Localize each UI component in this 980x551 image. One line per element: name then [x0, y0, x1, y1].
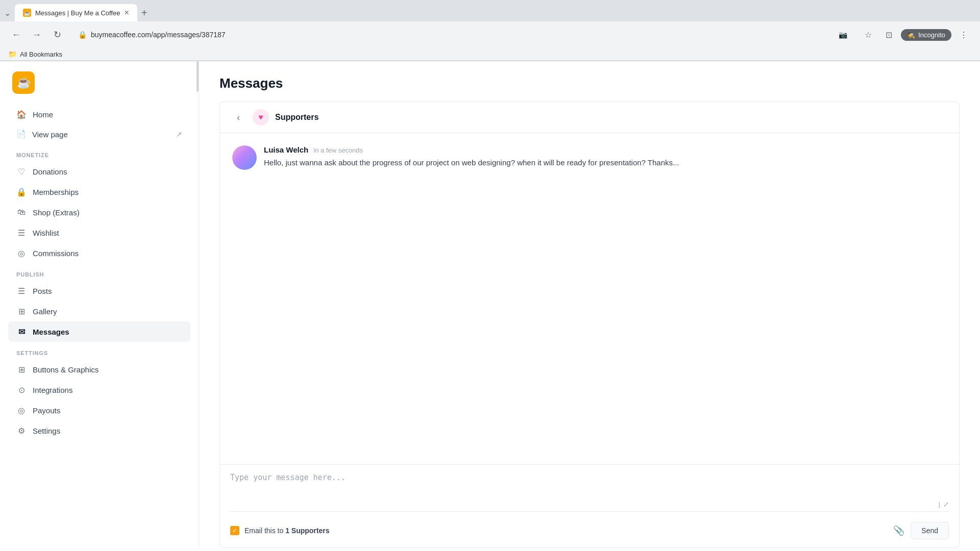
sidebar-item-label: Posts — [33, 287, 52, 295]
incognito-icon: 🕵 — [907, 31, 915, 39]
integrations-icon: ⊙ — [16, 385, 27, 395]
reply-textarea[interactable] — [230, 473, 949, 498]
browser-tabs: ⌄ ☕ Messages | Buy Me a Coffee × + — [0, 0, 980, 21]
sidebar-item-gallery[interactable]: ⊞ Gallery — [8, 301, 190, 321]
sidebar-item-label: Memberships — [33, 188, 79, 196]
sidebar-item-buttons-graphics[interactable]: ⊞ Buttons & Graphics — [8, 359, 190, 380]
browser-toolbar: ← → ↻ 🔒 buymeacoffee.com/app/messages/38… — [0, 21, 980, 48]
settings-section-label: SETTINGS — [8, 342, 190, 359]
reply-actions: 📎 Send — [893, 522, 949, 539]
app-logo: ☕ — [12, 71, 35, 94]
sidebar-item-label: Gallery — [33, 307, 57, 316]
payouts-icon: ◎ — [16, 405, 27, 415]
sidebar: ☕ 🏠 Home 📄 View page ↗ MONETIZE ♡ Donati… — [0, 61, 199, 548]
gallery-icon: ⊞ — [16, 306, 27, 316]
sidebar-item-label: Buttons & Graphics — [33, 365, 99, 374]
browser-view-btn[interactable]: ⊡ — [880, 27, 897, 43]
tab-close-btn[interactable]: × — [124, 8, 129, 17]
sidebar-item-posts[interactable]: ☰ Posts — [8, 281, 190, 301]
expand-icon: ⤢ — [943, 500, 949, 508]
wishlist-icon: ☰ — [16, 228, 27, 238]
message-meta: Luisa Welch in a few seconds — [264, 145, 947, 154]
email-check-text: Email this to 1 Supporters — [244, 527, 330, 535]
sidebar-item-payouts[interactable]: ◎ Payouts — [8, 400, 190, 420]
star-btn[interactable]: ☆ — [860, 27, 876, 43]
messages-panel: ‹ ♥ Supporters Luisa Welch in a few seco… — [219, 102, 960, 548]
app: ☕ 🏠 Home 📄 View page ↗ MONETIZE ♡ Donati… — [0, 61, 980, 548]
back-button[interactable]: ‹ — [230, 109, 247, 126]
avatar-image — [232, 145, 257, 170]
supporters-count-label: Supporters — [291, 527, 330, 535]
sidebar-item-label: View page — [32, 130, 68, 139]
sidebar-item-label: Donations — [33, 167, 67, 176]
sidebar-item-settings[interactable]: ⚙ Settings — [8, 420, 190, 441]
toolbar-right: ☆ ⊡ 🕵 Incognito ⋮ — [860, 27, 972, 43]
tab-overflow-btn[interactable]: ⌄ — [4, 8, 11, 18]
sidebar-item-label: Settings — [33, 427, 60, 435]
send-button[interactable]: Send — [911, 522, 949, 539]
camera-off-icon: 📷 — [839, 31, 847, 39]
bookmarks-label: All Bookmarks — [20, 51, 62, 58]
sidebar-item-label: Messages — [33, 328, 69, 336]
sidebar-item-integrations[interactable]: ⊙ Integrations — [8, 380, 190, 400]
sidebar-item-memberships[interactable]: 🔒 Memberships — [8, 182, 190, 202]
message-author: Luisa Welch — [264, 145, 308, 154]
page-icon: 📄 — [16, 130, 26, 139]
cursor-position-icon: | — [939, 500, 940, 508]
posts-icon: ☰ — [16, 286, 27, 296]
table-row: Luisa Welch in a few seconds Hello, just… — [232, 145, 947, 170]
sidebar-item-home[interactable]: 🏠 Home — [8, 104, 190, 124]
sidebar-item-label: Home — [33, 110, 53, 119]
supporters-count: 1 — [285, 527, 289, 535]
address-bar[interactable]: 🔒 buymeacoffee.com/app/messages/387187 📷 — [69, 27, 856, 42]
forward-nav-btn[interactable]: → — [29, 27, 45, 43]
tab-title: Messages | Buy Me a Coffee — [35, 9, 120, 17]
sidebar-item-commissions[interactable]: ◎ Commissions — [8, 243, 190, 263]
incognito-btn[interactable]: 🕵 Incognito — [901, 29, 951, 41]
sidebar-item-label: Wishlist — [33, 229, 59, 237]
back-nav-btn[interactable]: ← — [8, 27, 24, 43]
email-checkbox[interactable]: ✓ — [230, 526, 239, 535]
sidebar-item-label: Shop (Extras) — [33, 208, 80, 217]
sidebar-item-label: Payouts — [33, 406, 60, 415]
external-link-icon: ↗ — [176, 130, 182, 138]
sidebar-item-label: Integrations — [33, 386, 72, 394]
bookmarks-bar: 📁 All Bookmarks — [0, 48, 980, 61]
commissions-icon: ◎ — [16, 248, 27, 258]
messages-icon: ✉ — [16, 327, 27, 337]
settings-icon: ⚙ — [16, 425, 27, 436]
tab-favicon: ☕ — [23, 9, 31, 17]
sidebar-nav: 🏠 Home 📄 View page ↗ MONETIZE ♡ Donation… — [0, 104, 199, 441]
page-title: Messages — [219, 76, 960, 91]
thread-title: Supporters — [275, 113, 318, 122]
email-check: ✓ Email this to 1 Supporters — [230, 526, 330, 535]
scroll-thumb — [197, 61, 199, 92]
sidebar-item-donations[interactable]: ♡ Donations — [8, 161, 190, 182]
message-thread: Luisa Welch in a few seconds Hello, just… — [220, 133, 959, 464]
message-text: Hello, just wanna ask about the progress… — [264, 157, 947, 169]
shop-icon: 🛍 — [16, 207, 27, 217]
avatar — [232, 145, 257, 170]
monetize-section-label: MONETIZE — [8, 144, 190, 161]
logo-icon: ☕ — [17, 76, 31, 89]
sidebar-item-shop[interactable]: 🛍 Shop (Extras) — [8, 202, 190, 222]
sidebar-item-view-page[interactable]: 📄 View page ↗ — [8, 124, 190, 144]
reload-btn[interactable]: ↻ — [49, 27, 65, 43]
reply-footer: ✓ Email this to 1 Supporters 📎 Send — [230, 522, 949, 539]
sidebar-item-wishlist[interactable]: ☰ Wishlist — [8, 222, 190, 243]
heart-icon: ♡ — [16, 166, 27, 177]
main-content: Messages ‹ ♥ Supporters — [199, 61, 980, 548]
back-chevron-icon: ‹ — [237, 112, 240, 123]
reply-box: | ⤢ ✓ Email this to 1 Supporters 📎 — [220, 464, 959, 547]
active-tab[interactable]: ☕ Messages | Buy Me a Coffee × — [15, 4, 137, 21]
attach-button[interactable]: 📎 — [893, 525, 904, 536]
heart-supporters-icon: ♥ — [253, 109, 269, 126]
sidebar-scrollbar[interactable] — [195, 61, 199, 548]
buttons-icon: ⊞ — [16, 364, 27, 374]
sidebar-item-messages[interactable]: ✉ Messages — [8, 321, 190, 342]
menu-btn[interactable]: ⋮ — [955, 27, 972, 43]
bookmark-folder-icon: 📁 — [8, 50, 17, 58]
message-content: Luisa Welch in a few seconds Hello, just… — [264, 145, 947, 170]
new-tab-btn[interactable]: + — [137, 5, 152, 21]
publish-section-label: PUBLISH — [8, 263, 190, 281]
